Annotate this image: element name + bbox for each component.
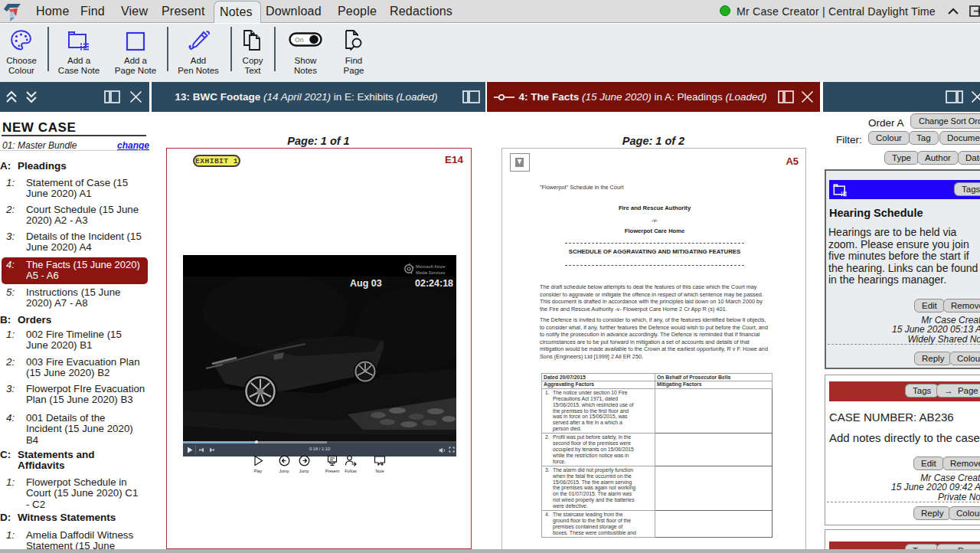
svg-text:On: On xyxy=(295,36,304,44)
svg-text:Media Services: Media Services xyxy=(416,270,445,275)
svg-text:Microsoft Azure: Microsoft Azure xyxy=(416,264,446,269)
